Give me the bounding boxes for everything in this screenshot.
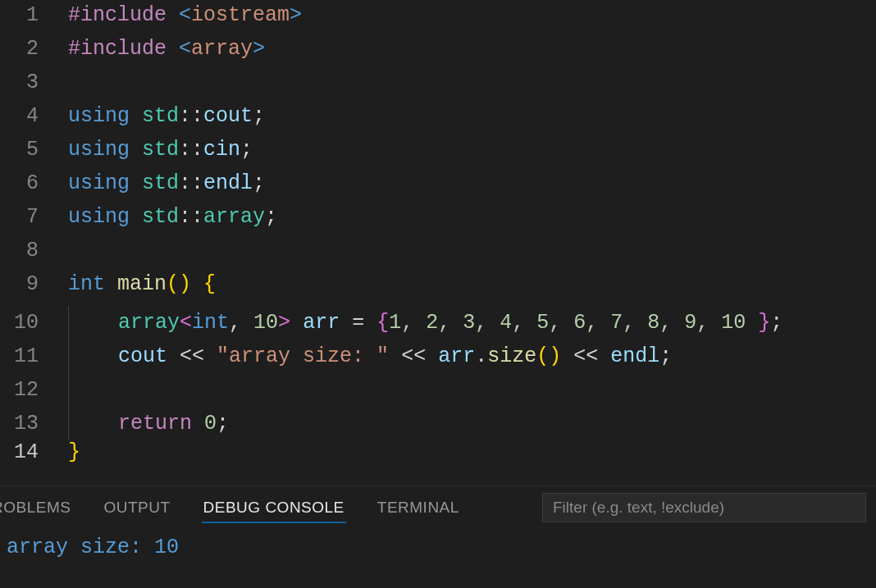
code-line[interactable]: 6 using std::endl; — [0, 171, 876, 205]
tab-output[interactable]: OUTPUT — [87, 490, 186, 525]
panel-tabs: ROBLEMS OUTPUT DEBUG CONSOLE TERMINAL — [0, 486, 876, 529]
line-number: 8 — [0, 239, 45, 262]
code-editor: 1 #include <iostream> 2 #include <array>… — [0, 0, 876, 588]
code-line[interactable]: 9 int main() { — [0, 272, 876, 306]
filter-box — [542, 493, 866, 522]
line-number: 6 — [0, 171, 45, 195]
line-number: 14 — [0, 440, 45, 464]
code-line[interactable]: 10 array<int, 10> arr = {1, 2, 3, 4, 5, … — [0, 306, 876, 340]
line-number: 10 — [0, 311, 45, 335]
line-number: 3 — [0, 71, 45, 94]
code-line[interactable]: 5 using std::cin; — [0, 138, 876, 171]
line-number: 7 — [0, 205, 45, 229]
code-line[interactable]: 11 cout << "array size: " << arr.size() … — [0, 340, 876, 373]
code-line[interactable]: 4 using std::cout; — [0, 104, 876, 138]
code-line[interactable]: 2 #include <array> — [0, 37, 876, 71]
bottom-panel: ROBLEMS OUTPUT DEBUG CONSOLE TERMINAL ar… — [0, 485, 876, 588]
code-line[interactable]: 12 — [0, 373, 876, 407]
code-line[interactable]: 3 — [0, 71, 876, 104]
editor-text-area[interactable]: 1 #include <iostream> 2 #include <array>… — [0, 0, 876, 474]
tab-problems[interactable]: ROBLEMS — [0, 490, 87, 525]
code-line[interactable]: 14 } — [0, 440, 876, 474]
line-number: 1 — [0, 3, 45, 27]
line-number: 9 — [0, 272, 45, 296]
line-number: 13 — [0, 412, 45, 435]
tab-terminal[interactable]: TERMINAL — [361, 490, 476, 525]
tab-debug-console[interactable]: DEBUG CONSOLE — [187, 490, 361, 525]
line-number: 12 — [0, 378, 45, 402]
line-number: 4 — [0, 104, 45, 128]
code-line[interactable]: 1 #include <iostream> — [0, 3, 876, 37]
line-number: 11 — [0, 344, 45, 368]
filter-input[interactable] — [542, 493, 866, 522]
code-line[interactable]: 8 — [0, 239, 876, 272]
debug-console-output[interactable]: array size: 10 — [0, 529, 876, 559]
line-number: 5 — [0, 138, 45, 162]
code-line[interactable]: 13 return 0; — [0, 407, 876, 440]
code-line[interactable]: 7 using std::array; — [0, 205, 876, 239]
line-number: 2 — [0, 37, 45, 61]
